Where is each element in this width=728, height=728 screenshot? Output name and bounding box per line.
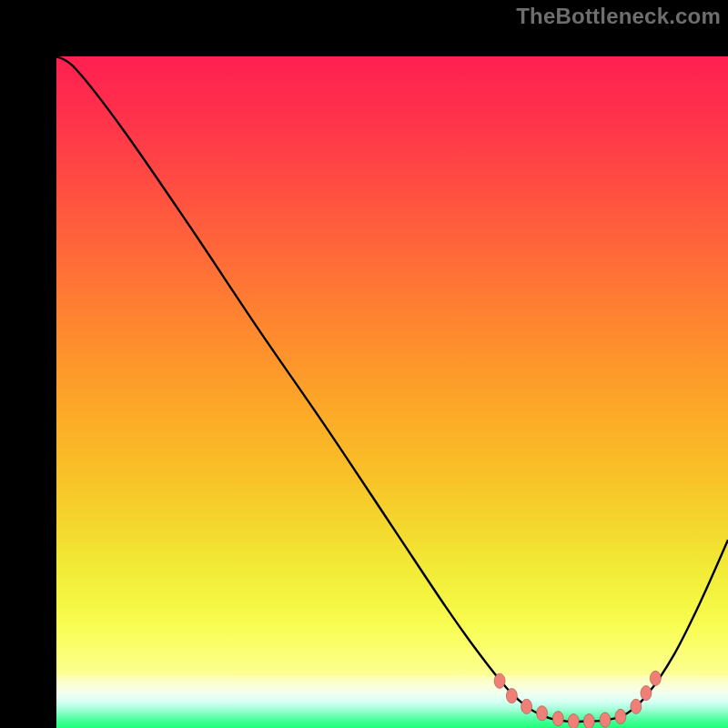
marker-dot — [506, 688, 517, 703]
plot-area — [56, 56, 728, 728]
curve-line — [56, 56, 728, 722]
marker-dot — [650, 671, 661, 685]
marker-dot — [494, 673, 505, 688]
bottleneck-curve — [56, 56, 728, 728]
marker-dot — [615, 709, 626, 723]
marker-dot — [641, 686, 652, 701]
chart-stage: TheBottleneck.com — [0, 0, 728, 728]
watermark-text: TheBottleneck.com — [516, 4, 721, 29]
marker-dot — [537, 706, 548, 721]
marker-dot — [552, 712, 563, 726]
marker-dot — [631, 699, 642, 713]
marker-dot — [568, 714, 579, 728]
marker-dot — [583, 714, 594, 728]
marker-dot — [600, 713, 611, 727]
marker-dot — [521, 699, 532, 713]
chart-frame — [0, 0, 728, 728]
